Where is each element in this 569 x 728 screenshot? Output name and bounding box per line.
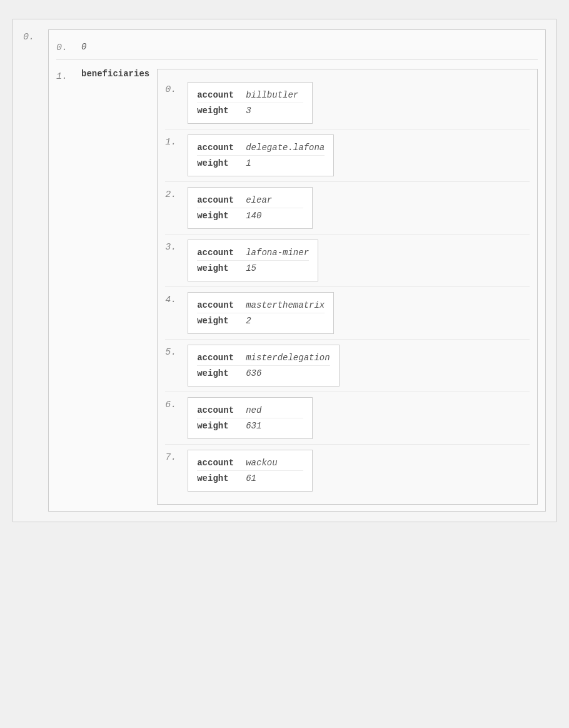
bene-weight-field-0: weight 3	[197, 103, 303, 118]
bene-index-5: 5.	[165, 345, 188, 358]
bene-weight-field-6: weight 631	[197, 418, 303, 433]
row-1: 1. beneficiaries 0. account billbutler w…	[56, 60, 538, 505]
bene-weight-field-1: weight 1	[197, 155, 325, 171]
account-key-3: account	[197, 248, 241, 258]
bene-index-7: 7.	[165, 450, 188, 463]
weight-key-1: weight	[197, 158, 241, 168]
account-key-5: account	[197, 353, 241, 363]
weight-value-7: 61	[246, 473, 256, 483]
bene-index-2: 2.	[165, 187, 188, 200]
row-0: 0. 0	[56, 36, 538, 60]
weight-key-4: weight	[197, 316, 241, 326]
row0-value: 0	[81, 42, 86, 52]
beneficiary-row: 2. account elear weight 140	[165, 182, 530, 235]
beneficiary-row: 0. account billbutler weight 3	[165, 77, 530, 129]
bene-card-1: account delegate.lafona weight 1	[188, 134, 334, 176]
account-value-4: masterthematrix	[246, 300, 325, 310]
bene-index-6: 6.	[165, 397, 188, 410]
weight-value-0: 3	[246, 106, 251, 116]
account-key-0: account	[197, 90, 241, 100]
weight-key-2: weight	[197, 211, 241, 221]
account-value-0: billbutler	[246, 90, 298, 100]
bene-account-field-2: account elear	[197, 193, 303, 208]
beneficiary-row: 6. account ned weight 631	[165, 392, 530, 445]
weight-key-0: weight	[197, 106, 241, 116]
beneficiaries-key: beneficiaries	[81, 69, 149, 79]
account-key-7: account	[197, 458, 241, 468]
weight-value-1: 1	[246, 158, 251, 168]
weight-value-6: 631	[246, 421, 261, 431]
row0-index: 0.	[56, 40, 81, 53]
bene-weight-field-4: weight 2	[197, 313, 325, 328]
weight-key-5: weight	[197, 368, 241, 378]
account-value-3: lafona-miner	[246, 248, 309, 258]
weight-value-4: 2	[246, 316, 251, 326]
bene-weight-field-7: weight 61	[197, 470, 303, 486]
bene-account-field-7: account wackou	[197, 455, 303, 470]
account-value-6: ned	[246, 405, 261, 415]
account-value-5: misterdelegation	[246, 353, 330, 363]
bene-index-4: 4.	[165, 292, 188, 305]
beneficiary-row: 5. account misterdelegation weight 636	[165, 340, 530, 392]
bene-card-7: account wackou weight 61	[188, 450, 313, 492]
beneficiary-row: 1. account delegate.lafona weight 1	[165, 129, 530, 182]
bene-account-field-1: account delegate.lafona	[197, 140, 325, 155]
bene-account-field-3: account lafona-miner	[197, 245, 309, 260]
beneficiaries-grid: 0. account billbutler weight 3 1. accoun…	[165, 77, 530, 497]
bene-account-field-5: account misterdelegation	[197, 350, 330, 365]
row1-index: 1.	[56, 69, 81, 82]
weight-value-2: 140	[246, 211, 261, 221]
bene-account-field-0: account billbutler	[197, 88, 303, 103]
bene-card-0: account billbutler weight 3	[188, 82, 313, 124]
outer-container: 0. 0. 0 1. beneficiaries 0. account bill…	[13, 19, 556, 522]
beneficiaries-container: 0. account billbutler weight 3 1. accoun…	[157, 69, 538, 505]
bene-card-6: account ned weight 631	[188, 397, 313, 439]
bene-index-1: 1.	[165, 134, 188, 148]
bene-weight-field-3: weight 15	[197, 260, 309, 276]
account-key-1: account	[197, 143, 241, 153]
account-key-4: account	[197, 300, 241, 310]
account-key-6: account	[197, 405, 241, 415]
level0-index: 0.	[23, 29, 48, 43]
account-value-2: elear	[246, 195, 272, 205]
bene-account-field-6: account ned	[197, 403, 303, 418]
weight-key-7: weight	[197, 473, 241, 483]
bene-card-5: account misterdelegation weight 636	[188, 345, 339, 387]
bene-index-3: 3.	[165, 240, 188, 253]
weight-key-6: weight	[197, 421, 241, 431]
level-0-row: 0. 0. 0 1. beneficiaries 0. account bill…	[23, 29, 546, 512]
beneficiary-row: 4. account masterthematrix weight 2	[165, 287, 530, 340]
bene-weight-field-2: weight 140	[197, 208, 303, 223]
level0-content: 0. 0 1. beneficiaries 0. account billbut…	[48, 29, 546, 512]
account-value-7: wackou	[246, 458, 277, 468]
weight-key-3: weight	[197, 263, 241, 273]
bene-account-field-4: account masterthematrix	[197, 298, 325, 313]
weight-value-5: 636	[246, 368, 261, 378]
account-value-1: delegate.lafona	[246, 143, 325, 153]
bene-card-3: account lafona-miner weight 15	[188, 240, 318, 281]
weight-value-3: 15	[246, 263, 256, 273]
bene-weight-field-5: weight 636	[197, 365, 330, 381]
bene-card-2: account elear weight 140	[188, 187, 313, 229]
beneficiary-row: 7. account wackou weight 61	[165, 445, 530, 497]
beneficiary-row: 3. account lafona-miner weight 15	[165, 235, 530, 287]
account-key-2: account	[197, 195, 241, 205]
bene-index-0: 0.	[165, 82, 188, 95]
bene-card-4: account masterthematrix weight 2	[188, 292, 334, 334]
